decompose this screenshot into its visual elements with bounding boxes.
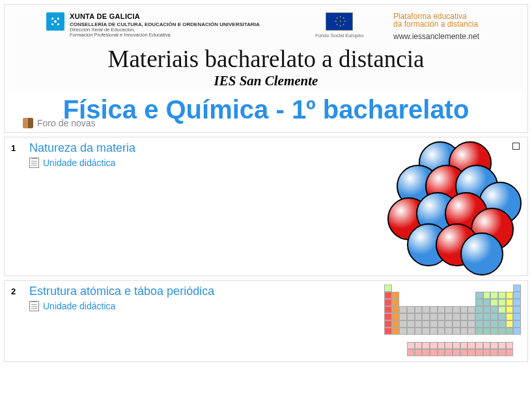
section-title[interactable]: Natureza da materia xyxy=(29,141,378,155)
xunta-dir2: Formación Profesional e Innovación Educa… xyxy=(70,33,260,38)
platform-info: Plataforma educativa da formación a dist… xyxy=(393,12,524,41)
eu-caption: Fondo Social Europeo xyxy=(315,33,363,38)
section-image xyxy=(384,285,521,358)
subhead: IES San Clemente xyxy=(8,73,524,89)
eu-funding-block: Fondo Social Europeo xyxy=(289,12,363,38)
section-number: 2 xyxy=(11,285,23,296)
platform-line2: da formación a distancia xyxy=(393,20,509,28)
unit-link[interactable]: Unidade didáctica xyxy=(29,158,378,168)
xunta-emblem-icon xyxy=(46,12,64,31)
document-icon xyxy=(29,301,39,311)
periodic-table-icon xyxy=(384,285,521,358)
unit-link-label: Unidade didáctica xyxy=(43,158,115,168)
unit-link[interactable]: Unidade didáctica xyxy=(29,301,378,311)
atom-cluster-icon xyxy=(387,141,518,272)
headline: Materiais bacharelato a distancia xyxy=(8,45,524,73)
section-image xyxy=(384,141,521,272)
section-number: 1 xyxy=(11,141,23,153)
forum-icon xyxy=(23,118,33,128)
eu-flag-icon xyxy=(326,12,353,31)
xunta-org: XUNTA DE GALICIA xyxy=(70,12,260,21)
section-1: 1 Natureza da materia Unidade didáctica xyxy=(4,137,528,276)
section-title[interactable]: Estrutura atómica e táboa periódica xyxy=(29,285,378,298)
forum-label: Foro de novas xyxy=(37,118,96,128)
xunta-logo-block: XUNTA DE GALICIA CONSELLERÍA DE CULTURA,… xyxy=(8,12,260,38)
section-2: 2 Estrutura atómica e táboa periódica Un… xyxy=(4,280,528,362)
document-icon xyxy=(29,158,39,168)
platform-url: www.iessanclemente.net xyxy=(393,32,509,41)
unit-link-label: Unidade didáctica xyxy=(43,301,115,311)
course-banner: XUNTA DE GALICIA CONSELLERÍA DE CULTURA,… xyxy=(4,4,528,133)
